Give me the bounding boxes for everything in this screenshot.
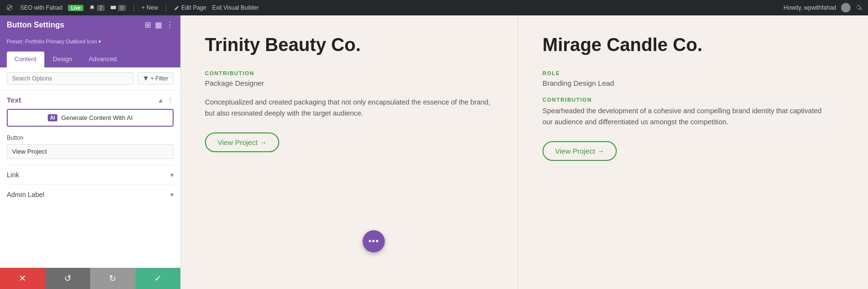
site-name[interactable]: SEO with Fahad [20,4,62,11]
red-arrow-icon: ← [107,35,118,48]
card-contribution-label-mirage: CONTRIBUTION [542,97,832,103]
section-more-icon[interactable]: ⋮ [167,96,174,104]
top-bar: SEO with Fahad Live 2 0 + New Edit Page … [0,0,868,15]
fab-button[interactable]: ••• [363,230,385,252]
bottom-toolbar: ✕ ↺ ↻ ✓ [0,268,180,289]
ai-icon: AI [48,114,57,121]
tab-design[interactable]: Design [45,52,80,67]
card-role-mirage: Branding Design Lead [542,79,832,87]
more-icon[interactable]: ⋮ [166,20,174,29]
preset-label: Preset: Portfolio Primary Outlined Icon … [7,39,101,45]
content-area: Trinity Beauty Co. CONTRIBUTION Package … [181,15,868,289]
admin-label-title: Admin Label [7,191,44,198]
resize-icon[interactable]: ⊞ [145,20,151,29]
text-section-title: Text [7,96,21,104]
fab-dots-icon: ••• [368,236,379,247]
filter-icon [143,76,149,81]
preset-bar: Preset: Portfolio Primary Outlined Icon … [0,34,180,52]
top-bar-right: Howdy, wpwithfahad [784,3,863,13]
card-contribution-trinity: Conceptualized and created packaging tha… [205,97,494,119]
redo-button[interactable]: ↻ [90,268,136,289]
new-button[interactable]: + New [142,4,158,11]
collapse-icon[interactable]: ▲ [157,96,164,104]
filter-button[interactable]: + Filter [137,72,174,85]
admin-label-section: Admin Label ▾ [7,184,174,198]
search-input[interactable] [7,72,134,85]
user-avatar [841,3,851,13]
comment-count[interactable]: 0 [110,5,126,11]
sidebar-content: Text ▲ ⋮ AI Generate Content With AI But… [0,90,180,268]
sidebar-tabs: Content Design Advanced [0,52,180,67]
button-label: Button [7,134,174,141]
button-text-input[interactable] [7,144,174,159]
grid-icon[interactable]: ▦ [155,20,162,29]
tab-advanced[interactable]: Advanced [81,52,124,67]
sidebar-search-bar: + Filter [0,67,180,90]
text-section-header: Text ▲ ⋮ [7,96,174,104]
search-icon[interactable] [855,4,863,12]
button-input-section: Button [7,134,174,159]
tab-content[interactable]: Content [7,52,44,67]
link-chevron-icon: ▾ [170,171,174,179]
undo-button[interactable]: ↺ [45,268,91,289]
live-badge: Live [68,5,83,11]
admin-section-header[interactable]: Admin Label ▾ [7,191,174,198]
generate-ai-button[interactable]: AI Generate Content With AI [7,109,174,127]
save-button[interactable]: ✓ [136,268,181,289]
notification-count[interactable]: 2 [89,5,105,11]
card-contribution-label-trinity: CONTRIBUTION [205,70,494,76]
wp-icon[interactable] [5,3,14,13]
edit-page-button[interactable]: Edit Page [174,4,206,11]
exit-visual-builder-button[interactable]: Exit Visual Builder [212,4,259,11]
card-contribution-mirage: Spearheaded the development of a cohesiv… [542,105,832,128]
admin-chevron-icon: ▾ [170,191,174,198]
cancel-button[interactable]: ✕ [0,268,45,289]
card-title-trinity: Trinity Beauty Co. [205,35,494,56]
card-trinity: Trinity Beauty Co. CONTRIBUTION Package … [181,15,518,289]
sidebar-header-icons: ⊞ ▦ ⋮ [145,20,174,29]
card-role-trinity: Package Designer [205,79,494,87]
divider [134,4,134,12]
section-icons: ▲ ⋮ [157,96,174,104]
sidebar: Button Settings ⊞ ▦ ⋮ Preset: Portfolio … [0,15,181,289]
card-mirage: Mirage Candle Co. ROLE Branding Design L… [518,15,856,289]
view-project-button-mirage[interactable]: View Project → [542,141,617,161]
sidebar-title: Button Settings [7,21,64,29]
view-project-button-trinity[interactable]: View Project → [205,132,279,152]
main-layout: Button Settings ⊞ ▦ ⋮ Preset: Portfolio … [0,15,868,289]
card-role-label-mirage: ROLE [542,70,832,76]
link-section: Link ▾ [7,165,174,179]
link-section-header[interactable]: Link ▾ [7,171,174,179]
sidebar-header: Button Settings ⊞ ▦ ⋮ [0,15,180,34]
link-title: Link [7,171,19,179]
divider2 [166,4,166,12]
card-title-mirage: Mirage Candle Co. [542,35,832,56]
